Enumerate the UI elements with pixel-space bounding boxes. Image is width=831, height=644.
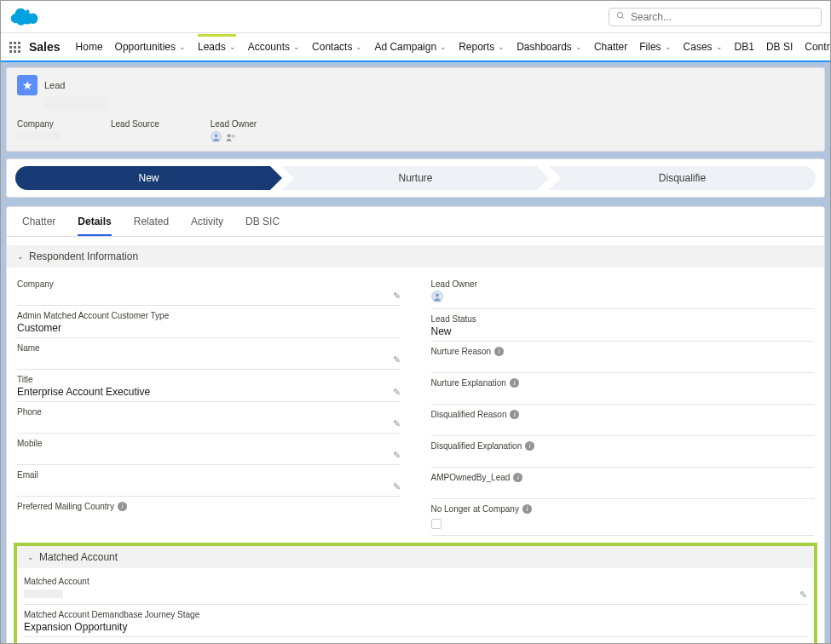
owner-avatar-icon xyxy=(211,131,222,142)
journey-stage-label: Matched Account Demandbase Journey Stage xyxy=(24,610,790,619)
tab-dbsic[interactable]: DB SIC xyxy=(245,216,280,236)
nav-db1[interactable]: DB1 xyxy=(735,34,754,60)
info-icon[interactable]: i xyxy=(118,502,127,511)
path-step-new[interactable]: New xyxy=(15,166,282,190)
record-header: ★ Lead Company Lead Source Lead Owner xyxy=(6,67,825,152)
phone-value xyxy=(17,418,401,429)
disq-reason-value xyxy=(431,421,815,432)
tab-related[interactable]: Related xyxy=(134,216,169,236)
path-step-disqualified[interactable]: Disqualifie xyxy=(549,166,816,190)
svg-point-6 xyxy=(435,294,438,297)
phone-label: Phone xyxy=(17,407,401,417)
path-strip: New Nurture Disqualifie xyxy=(6,158,825,198)
info-icon[interactable]: i xyxy=(522,504,532,514)
info-icon[interactable]: i xyxy=(494,347,504,356)
global-search[interactable] xyxy=(609,8,822,26)
nav-contracts[interactable]: Contracts⌄ xyxy=(805,34,831,60)
chevron-down-icon: ⌄ xyxy=(575,43,582,51)
chevron-down-icon: ⌄ xyxy=(27,553,34,561)
summary-leadsource-label: Lead Source xyxy=(111,119,159,129)
disq-expl-value xyxy=(431,452,815,463)
nav-dbsi[interactable]: DB SI xyxy=(766,34,793,60)
matched-account-label: Matched Account xyxy=(24,577,790,586)
mobile-label: Mobile xyxy=(17,439,401,448)
summary-company-label: Company xyxy=(17,119,60,129)
chevron-down-icon: ⌄ xyxy=(355,43,362,51)
edit-pencil-icon[interactable]: ✎ xyxy=(393,481,401,492)
tab-activity[interactable]: Activity xyxy=(191,216,223,236)
nav-reports[interactable]: Reports⌄ xyxy=(459,34,505,60)
lead-status-value: New xyxy=(431,325,815,337)
chevron-down-icon: ⌄ xyxy=(498,43,505,51)
chevron-down-icon: ⌄ xyxy=(17,252,24,261)
info-icon[interactable]: i xyxy=(510,378,519,388)
nurture-reason-value xyxy=(431,358,815,369)
edit-pencil-icon[interactable]: ✎ xyxy=(393,354,401,365)
email-label: Email xyxy=(17,470,401,480)
chevron-down-icon: ⌄ xyxy=(229,43,236,51)
path-step-nurture[interactable]: Nurture xyxy=(282,166,549,190)
chevron-down-icon: ⌄ xyxy=(179,43,186,51)
app-launcher-icon[interactable] xyxy=(9,42,20,53)
svg-point-0 xyxy=(617,12,622,17)
summary-leadowner-label: Lead Owner xyxy=(211,119,257,129)
lead-owner-label: Lead Owner xyxy=(431,279,815,289)
no-longer-label: No Longer at Companyi xyxy=(431,504,815,514)
nav-cases[interactable]: Cases⌄ xyxy=(684,34,723,60)
nurture-expl-value xyxy=(431,389,815,400)
nav-contacts[interactable]: Contacts⌄ xyxy=(312,34,362,60)
tab-details[interactable]: Details xyxy=(78,216,111,236)
journey-stage-value: Expansion Opportunity xyxy=(24,621,790,633)
matched-account-value-redacted xyxy=(24,589,63,598)
name-value xyxy=(17,354,401,365)
pref-country-label: Preferred Mailing Countryi xyxy=(17,502,401,511)
edit-pencil-icon[interactable]: ✎ xyxy=(393,290,401,302)
lead-status-label: Lead Status xyxy=(431,314,815,324)
nav-files[interactable]: Files⌄ xyxy=(639,34,671,60)
change-owner-icon[interactable] xyxy=(225,131,236,142)
nav-chatter[interactable]: Chatter xyxy=(594,34,627,60)
nav-opportunities[interactable]: Opportunities⌄ xyxy=(115,34,186,60)
search-icon xyxy=(616,11,626,23)
nav-dashboards[interactable]: Dashboards⌄ xyxy=(516,34,582,60)
nav-home[interactable]: Home xyxy=(76,34,103,60)
svg-point-4 xyxy=(227,134,230,137)
nav-accounts[interactable]: Accounts⌄ xyxy=(248,34,300,60)
edit-pencil-icon[interactable]: ✎ xyxy=(393,387,401,398)
pref-country-value xyxy=(17,513,401,524)
info-icon[interactable]: i xyxy=(510,410,519,419)
nav-bar: Sales Home Opportunities⌄ Leads⌄ Account… xyxy=(1,33,830,62)
chevron-down-icon: ⌄ xyxy=(716,43,723,51)
company-label: Company xyxy=(17,279,401,289)
edit-pencil-icon[interactable]: ✎ xyxy=(393,418,401,429)
amp-owned-value xyxy=(431,484,815,495)
disq-reason-label: Disqualified Reasoni xyxy=(431,410,815,419)
nav-adcampaign[interactable]: Ad Campaign⌄ xyxy=(374,34,447,60)
chevron-down-icon: ⌄ xyxy=(440,43,447,51)
section-matched-header[interactable]: ⌄ Matched Account xyxy=(17,546,814,568)
record-type-label: Lead xyxy=(44,80,65,90)
app-name: Sales xyxy=(29,40,61,54)
amp-owned-label: AMPOwnedBy_Leadi xyxy=(431,473,815,482)
tab-chatter[interactable]: Chatter xyxy=(22,216,55,236)
disq-expl-label: Disqualified Explanationi xyxy=(431,441,815,451)
chevron-down-icon: ⌄ xyxy=(665,43,672,51)
title-label: Title xyxy=(17,375,401,384)
chevron-down-icon: ⌄ xyxy=(293,43,300,51)
no-longer-checkbox[interactable] xyxy=(431,519,441,529)
lead-object-icon: ★ xyxy=(17,75,38,95)
edit-pencil-icon[interactable]: ✎ xyxy=(393,450,401,461)
details-card: Chatter Details Related Activity DB SIC … xyxy=(6,206,825,644)
edit-pencil-icon[interactable]: ✎ xyxy=(799,589,807,601)
nurture-reason-label: Nurture Reasoni xyxy=(431,347,815,356)
admin-matched-value: Customer xyxy=(17,322,401,334)
search-input[interactable] xyxy=(631,11,814,23)
owner-avatar-icon xyxy=(431,290,443,302)
info-icon[interactable]: i xyxy=(513,473,522,482)
nav-leads[interactable]: Leads⌄ xyxy=(198,34,236,60)
lead-owner-value xyxy=(431,290,815,305)
company-value xyxy=(17,290,401,302)
info-icon[interactable]: i xyxy=(525,441,534,451)
title-value: Enterprise Account Executive xyxy=(17,386,401,398)
section-respondent-header[interactable]: ⌄ Respondent Information xyxy=(7,245,824,267)
